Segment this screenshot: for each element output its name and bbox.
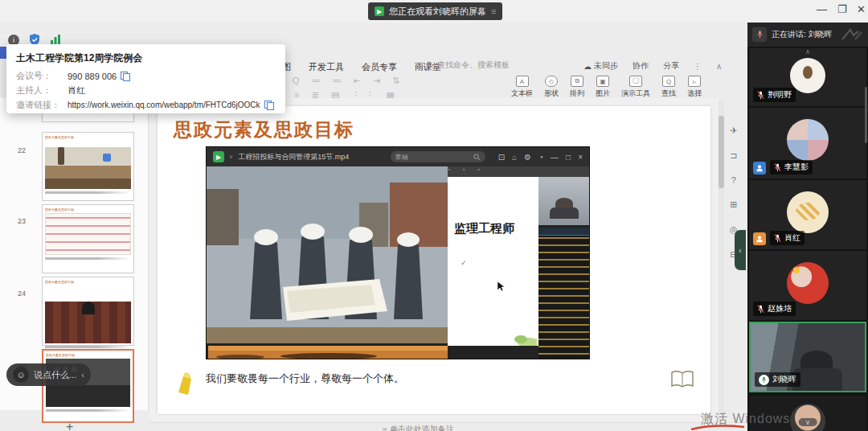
participant-tile[interactable]: 李慧影 — [749, 108, 866, 179]
participant-tile[interactable]: 肖红 — [749, 180, 866, 249]
player-download-icon[interactable]: ⌂ — [512, 153, 517, 162]
avatar — [787, 262, 829, 304]
name-chip: 李慧影 — [770, 160, 813, 174]
shape-icon: ◇ — [545, 76, 558, 87]
name-chip: 荆明野 — [753, 88, 796, 102]
screen-share-banner: ▶ 您正在观看刘晓晖的屏幕 ≡ — [368, 2, 502, 20]
mic-muted-icon — [757, 305, 764, 314]
avatar — [787, 191, 829, 233]
help-icon[interactable]: ? — [731, 175, 736, 185]
player-filename: 工程招投标与合同管理第15节.mp4 — [238, 152, 349, 162]
speaking-indicator: 正在讲话: 刘晓晖 — [747, 23, 868, 47]
thumb-22-image — [45, 147, 131, 189]
ribbon-collapse-icon[interactable]: ∧ — [716, 62, 722, 71]
mic-active-icon — [759, 375, 769, 385]
comment-bubble-icon[interactable]: ⊐ — [730, 150, 737, 161]
video-overlay-text: 监理工程师 — [454, 221, 538, 236]
maximize-button[interactable]: ❐ — [837, 3, 847, 15]
present-tools-button[interactable]: 🖵演示工具 — [621, 76, 650, 99]
menu-vip[interactable]: 会员专享 — [362, 61, 397, 73]
participant-name: 赵姝培 — [768, 303, 792, 314]
mouse-cursor — [497, 281, 506, 291]
menu-bar: 视图 开发工具 会员专享 雨课堂 — [273, 61, 441, 73]
participant-name: 刘晓晖 — [772, 374, 796, 385]
player-tv-icon[interactable]: ⊡ — [498, 153, 505, 162]
meeting-info-popup: 土木工程学院第12周学院例会 会议号： 990 889 006 主持人： 肖红 … — [6, 44, 285, 113]
video-player-window[interactable]: ▶ ∨ 工程招投标与合同管理第15节.mp4 幸福 ⊡ ⌂ ⚙ ◔ — — [206, 146, 590, 359]
arrange-icon: ⧉ — [571, 76, 583, 87]
bubble-collapse-icon[interactable]: ‹ — [81, 370, 84, 380]
image-panel-icon[interactable]: ⊞ — [730, 199, 737, 210]
command-search[interactable]: 查找命令、搜索模板 — [426, 60, 510, 71]
sunset-strip — [208, 346, 448, 359]
sync-status[interactable]: ☁未同步 — [583, 60, 618, 72]
participant-tile[interactable]: ∧ 荆明野 — [749, 48, 866, 106]
thumbnail-slide-25-selected[interactable]: 思政元素及思政目标 — [42, 349, 134, 423]
thumb-number: 22 — [18, 146, 26, 154]
search-icon — [473, 154, 481, 161]
player-restore[interactable]: □ — [566, 153, 571, 162]
panel-collapse-handle[interactable]: ‹ — [735, 230, 746, 270]
sidebar-scrollbar[interactable] — [865, 87, 867, 143]
player-close[interactable]: × — [578, 153, 583, 162]
search-icon — [426, 61, 434, 69]
copy-meeting-id-icon[interactable] — [121, 72, 129, 80]
user-badge-icon — [753, 232, 766, 245]
command-search-placeholder: 查找命令、搜索模板 — [437, 60, 510, 71]
participant-name: 荆明野 — [768, 89, 792, 101]
editor-scrollbar[interactable] — [719, 100, 724, 421]
participant-tile-speaking[interactable]: 刘晓晖 — [749, 322, 866, 392]
avatar — [787, 119, 829, 161]
scroll-down-chevron[interactable]: ∨ — [799, 418, 817, 426]
name-chip: 赵姝培 — [753, 302, 796, 316]
picture-button[interactable]: ▣图片 — [596, 76, 610, 99]
new-slide-button[interactable]: + — [66, 420, 73, 431]
pin-icon[interactable]: ✈ — [730, 125, 737, 136]
arrange-button[interactable]: ⧉排列 — [570, 76, 584, 99]
scroll-up-chevron[interactable]: ∧ — [749, 48, 866, 55]
player-controls: ⊡ ⌂ ⚙ ◔ — □ × — [498, 153, 583, 162]
ribbon-disabled-font-tools: A Q ≔ ≕ ⇤ ⇥ ⇅ — [275, 76, 404, 86]
thumbnail-slide-24[interactable]: 思政元素及思政目标 — [42, 277, 134, 346]
host-value: 肖红 — [68, 84, 85, 96]
more-menu-icon[interactable]: ⋮ — [694, 62, 702, 71]
shape-button[interactable]: ◇形状 — [544, 76, 559, 99]
thumbnail-slide-23[interactable]: 思政元素及思政目标 — [42, 204, 134, 273]
collaborate-button[interactable]: 协作 — [633, 60, 649, 72]
find-button[interactable]: Q查找 — [661, 76, 676, 99]
cloud-icon: ☁ — [583, 62, 592, 71]
player-titlebar: ▶ ∨ 工程招投标与合同管理第15节.mp4 幸福 ⊡ ⌂ ⚙ ◔ — — [207, 147, 589, 166]
slide-title: 思政元素及思政目标 — [174, 117, 354, 142]
copy-link-icon[interactable] — [264, 101, 273, 109]
player-minimize[interactable]: — — [551, 153, 559, 162]
player-menu-chevron[interactable]: ∨ — [229, 154, 233, 160]
menu-devtools[interactable]: 开发工具 — [309, 61, 344, 73]
minimize-button[interactable]: — — [817, 3, 827, 15]
close-button[interactable]: ✕ — [857, 3, 866, 15]
thumbnail-slide-22[interactable]: 思政元素及思政目标 — [42, 132, 134, 201]
select-button[interactable]: ▹选择 — [687, 76, 702, 99]
share-button[interactable]: 分享 — [663, 60, 679, 72]
comment-input-bubble[interactable]: ☺ 说点什么... ‹ — [6, 363, 91, 386]
textbox-button[interactable]: A文本框 — [511, 76, 533, 99]
participant-tile[interactable]: 赵姝培 — [749, 251, 866, 320]
player-content: ▫ ▫ ▫ ▫ ▫ ▫ ▫ ▫ ▫ — [207, 166, 589, 359]
host-row: 主持人： 肖红 — [16, 84, 276, 96]
participant-name: 肖红 — [784, 232, 800, 244]
player-settings-icon[interactable]: ⚙ — [524, 153, 531, 162]
slide-caption: 我们要敬畏每一个行业，尊敬每一个个体。 — [206, 371, 404, 386]
picture-icon: ▣ — [596, 76, 609, 87]
participant-name: 李慧影 — [784, 162, 809, 173]
banner-menu-icon[interactable]: ≡ — [491, 6, 496, 16]
emoji-icon[interactable]: ☺ — [13, 367, 29, 383]
meeting-logo-watermark — [841, 28, 863, 41]
invite-link-value[interactable]: https://work.weixin.qq.com/webapp/tm/FHT… — [68, 101, 260, 109]
mic-muted-icon — [757, 91, 764, 100]
invite-link-row: 邀请链接： https://work.weixin.qq.com/webapp/… — [16, 99, 276, 111]
present-tools-icon: 🖵 — [629, 76, 642, 87]
player-clock-icon[interactable]: ◔ — [538, 153, 543, 162]
slide-canvas[interactable]: 思政元素及思政目标 ▶ ∨ 工程招投标与合同管理第15节.mp4 幸福 ⊡ — [158, 106, 710, 414]
player-search-box[interactable]: 幸福 — [391, 151, 485, 162]
slide-editor: 思政元素及思政目标 ▶ ∨ 工程招投标与合同管理第15节.mp4 幸福 ⊡ — [149, 98, 720, 422]
notes-bar[interactable]: ≡ 单击此处添加备注 — [149, 422, 747, 431]
